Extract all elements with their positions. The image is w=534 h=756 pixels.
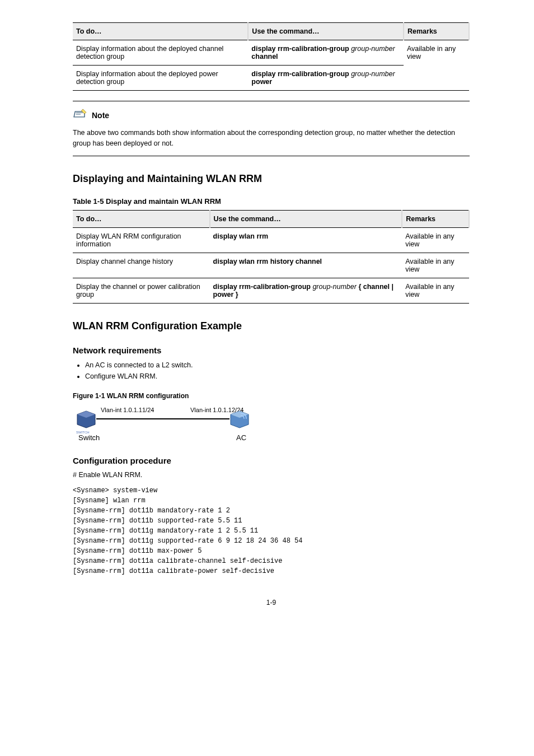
cell-cmd: display rrm-calibration-group group-numb… — [248, 66, 404, 91]
page-number: 1-9 — [73, 599, 470, 606]
table-header-row: To do… Use the command… Remarks — [73, 210, 469, 227]
cell-todo: Display the channel or power calibration… — [73, 278, 210, 303]
note-text: The above two commands both show informa… — [73, 128, 470, 149]
note-top-rule — [73, 101, 470, 101]
cmd-suffix: power — [251, 78, 272, 86]
cmd-arg: group-number — [312, 283, 357, 291]
subhead-network-req: Network requirements — [73, 346, 470, 355]
section-title-example: WLAN RRM Configuration Example — [73, 320, 470, 332]
note-icon — [73, 108, 88, 122]
requirements-list: An AC is connected to a L2 switch. Confi… — [73, 360, 470, 382]
ac-label: AC — [236, 433, 246, 442]
cell-todo: Display channel change history — [73, 253, 210, 278]
subhead-config-proc: Configuration procedure — [73, 456, 470, 465]
col-remarks: Remarks — [402, 210, 469, 227]
cell-todo: Display WLAN RRM configuration informati… — [73, 227, 210, 253]
switch-icon: SWITCH — [76, 411, 95, 434]
cell-cmd: display rrm-calibration-group group-numb… — [248, 40, 404, 66]
switch-label: Switch — [78, 433, 100, 442]
cell-remarks: Available in any view — [402, 253, 469, 278]
cell-cmd: display wlan rrm history channel — [210, 253, 402, 278]
table-row: Display WLAN RRM configuration informati… — [73, 227, 469, 253]
cmd-prefix: display rrm-calibration-group — [251, 45, 351, 53]
col-todo: To do… — [73, 23, 248, 40]
cmd-text: display wlan rrm — [213, 232, 269, 240]
table-row: Display the channel or power calibration… — [73, 278, 469, 303]
note-head: Note — [73, 108, 470, 122]
table-row: Display information about the deployed c… — [73, 40, 469, 66]
note-block: Note The above two commands both show in… — [73, 101, 470, 156]
cell-remarks: Available in any view — [402, 227, 469, 253]
ac-icon — [231, 411, 249, 428]
cell-todo: Display information about the deployed c… — [73, 40, 248, 66]
cell-cmd: display wlan rrm — [210, 227, 402, 253]
cell-remarks: Available in any view — [404, 40, 469, 91]
col-remarks: Remarks — [404, 23, 469, 40]
cell-remarks: Available in any view — [402, 278, 469, 303]
cell-todo: Display information about the deployed p… — [73, 66, 248, 91]
rrm-maintain-table: To do… Use the command… Remarks Display … — [73, 210, 470, 304]
note-bottom-rule — [73, 156, 470, 156]
rrm-display-group-table: To do… Use the command… Remarks Display … — [73, 22, 470, 91]
col-todo: To do… — [73, 210, 210, 227]
config-commands: <Sysname> system-view [Sysname] wlan rrm… — [73, 486, 470, 576]
cmd-suffix: channel — [251, 53, 278, 60]
cmd-text: display wlan rrm history channel — [213, 258, 322, 265]
list-item: An AC is connected to a L2 switch. — [85, 360, 470, 371]
table-header-row: To do… Use the command… Remarks — [73, 23, 469, 40]
col-cmd: Use the command… — [248, 23, 404, 40]
cmd-prefix: display rrm-calibration-group — [251, 70, 351, 78]
cmd-arg: group-number — [351, 70, 395, 78]
list-item: Configure WLAN RRM. — [85, 371, 470, 382]
figure-caption: Figure 1-1 WLAN RRM configuration — [73, 392, 470, 400]
col-cmd: Use the command… — [210, 210, 402, 227]
left-iface-label: Vlan-int 1.0.1.11/24 — [101, 407, 154, 413]
cmd-prefix: display rrm-calibration-group — [213, 283, 313, 291]
note-label: Note — [92, 111, 109, 120]
table-row: Display channel change history display w… — [73, 253, 469, 278]
config-lead: # Enable WLAN RRM. — [73, 470, 470, 480]
network-diagram: SWITCH Vlan-int 1.0.1.11/24 Vlan-int 1.0… — [73, 403, 470, 442]
cmd-arg: group-number — [351, 45, 395, 53]
cell-cmd: display rrm-calibration-group group-numb… — [210, 278, 402, 303]
section-title-display-maintain: Displaying and Maintaining WLAN RRM — [73, 173, 470, 185]
table2-caption: Table 1-5 Display and maintain WLAN RRM — [73, 197, 470, 206]
